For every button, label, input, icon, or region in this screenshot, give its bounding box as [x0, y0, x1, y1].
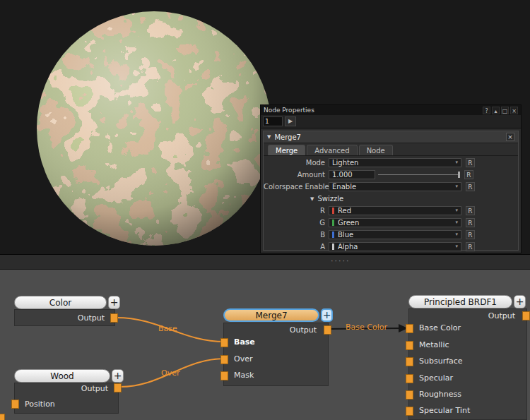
brdf-input-roughness-label: Roughness	[419, 390, 461, 399]
mode-dropdown[interactable]: Lighten ▾	[329, 158, 461, 167]
brdf-input-base-color-label: Base Color	[419, 323, 461, 332]
swizzle-b-label: B	[264, 231, 329, 239]
collapse-icon[interactable]: ▼	[310, 196, 314, 202]
swizzle-a-label: A	[264, 243, 329, 251]
close-icon[interactable]: ×	[510, 107, 518, 114]
color-output-connector[interactable]	[110, 313, 118, 323]
slider-track	[378, 174, 460, 175]
merge-output-connector[interactable]	[324, 325, 331, 335]
color-output-label: Output	[78, 313, 105, 323]
param-row-colorspace: Colorspace Enabled Enable ▾ R	[264, 181, 518, 192]
mode-reset-button[interactable]: R	[466, 158, 475, 167]
node-wood-header[interactable]: Wood	[14, 369, 110, 383]
swizzle-b-value: Blue	[338, 231, 353, 239]
mode-label: Mode	[264, 159, 329, 167]
help-icon[interactable]: ?	[483, 107, 490, 114]
brdf-subsurface-connector[interactable]	[406, 357, 413, 366]
chevron-down-icon: ▾	[455, 244, 458, 249]
pin-icon[interactable]: ▴	[492, 107, 500, 114]
brdf-base-color-connector[interactable]	[406, 324, 413, 333]
swizzle-g-reset-button[interactable]: R	[466, 218, 475, 227]
swizzle-r-dropdown[interactable]: Red ▾	[329, 206, 461, 215]
node-color-header[interactable]: Color	[14, 296, 107, 309]
panel-toolbar: ▶	[261, 115, 521, 128]
brdf-input-specular-label: Specular	[419, 373, 453, 383]
properties-tabs: Merge Advanced Node	[264, 143, 518, 156]
mode-value: Lighten	[332, 159, 358, 167]
node-color-body[interactable]: Output	[14, 309, 115, 326]
swizzle-r-reset-button[interactable]: R	[466, 206, 475, 215]
swizzle-a-dropdown[interactable]: Alpha ▾	[329, 242, 461, 251]
panel-title: Node Properties	[264, 107, 481, 114]
brdf-roughness-connector[interactable]	[406, 390, 413, 400]
node-merge-header[interactable]: Merge7	[223, 308, 319, 322]
node-brdf-header[interactable]: Principled BRDF1	[408, 295, 512, 308]
swizzle-g-value: Green	[338, 219, 359, 227]
merge-over-connector[interactable]	[220, 355, 228, 364]
swizzle-b-reset-button[interactable]: R	[466, 230, 475, 239]
node-section-close-icon[interactable]: ×	[506, 133, 514, 141]
node-properties-panel: Node Properties ? ▴ □ × ▶ ▼ Merge7 × Mer…	[260, 104, 522, 253]
node-brdf-add-button[interactable]: +	[514, 295, 526, 308]
follow-selection-button[interactable]: ▶	[285, 116, 296, 126]
selection-count-input[interactable]	[263, 116, 283, 126]
node-brdf-body[interactable]: Output Base Color Metallic Subsurface Sp…	[408, 308, 527, 420]
wood-output-label: Output	[81, 384, 108, 393]
merge-input-over-label: Over	[234, 354, 252, 364]
merge-output-label: Output	[290, 325, 317, 335]
chevron-down-icon: ▾	[455, 220, 458, 225]
param-row-swizzle-a: A Alpha ▾ R	[264, 241, 518, 252]
tab-merge[interactable]: Merge	[268, 145, 305, 155]
chevron-down-icon: ▾	[455, 208, 458, 213]
tab-node[interactable]: Node	[359, 145, 393, 155]
brdf-output-connector[interactable]	[522, 311, 530, 320]
swizzle-g-label: G	[264, 219, 329, 227]
node-wood-add-button[interactable]: +	[112, 369, 124, 383]
node-merge-add-button[interactable]: +	[321, 308, 333, 322]
colorspace-reset-button[interactable]: R	[466, 182, 475, 191]
pane-splitter[interactable]: ·····	[0, 254, 530, 270]
wire-label-base-color: Base Color	[346, 323, 387, 332]
material-preview-sphere	[35, 10, 273, 247]
brdf-metallic-connector[interactable]	[406, 341, 413, 350]
swizzle-g-dropdown[interactable]: Green ▾	[329, 218, 461, 227]
amount-reset-button[interactable]: R	[464, 170, 473, 179]
colorspace-dropdown[interactable]: Enable ▾	[329, 182, 461, 191]
brdf-specular-connector[interactable]	[406, 374, 413, 383]
merge-input-mask-label: Mask	[234, 371, 254, 380]
brdf-input-specular-tint-label: Specular Tint	[419, 406, 470, 415]
param-row-swizzle-b: B Blue ▾ R	[264, 229, 518, 240]
wood-position-connector[interactable]	[11, 400, 19, 409]
swizzle-a-value: Alpha	[338, 243, 358, 251]
splitter-handle[interactable]: ·····	[331, 256, 350, 265]
wood-output-connector[interactable]	[114, 383, 122, 392]
node-merge-body[interactable]: Output Base Over Mask	[223, 323, 329, 386]
wood-position-label: Position	[25, 400, 55, 409]
app-window: ····· Base Over Base Color Color + Outpu…	[0, 0, 530, 420]
swizzle-a-reset-button[interactable]: R	[466, 242, 475, 251]
brdf-input-metallic-label: Metallic	[419, 340, 449, 349]
colorspace-label: Colorspace Enabled	[264, 183, 329, 191]
brdf-specular-tint-connector[interactable]	[406, 407, 413, 416]
collapse-icon[interactable]: ▼	[267, 134, 271, 140]
node-color-add-button[interactable]: +	[108, 296, 120, 309]
green-channel-swatch	[332, 220, 334, 226]
merge-base-connector[interactable]	[220, 338, 228, 347]
param-row-mode: Mode Lighten ▾ R	[264, 157, 518, 168]
merge-node-properties-box: ▼ Merge7 × Merge Advanced Node Mode Ligh…	[263, 131, 519, 251]
amount-input[interactable]: 1.000	[329, 170, 375, 179]
param-row-swizzle-r: R Red ▾ R	[264, 205, 518, 216]
offscreen-node-connector[interactable]	[0, 414, 5, 420]
node-wood-body[interactable]: Output Position	[14, 383, 119, 414]
amount-slider[interactable]	[378, 170, 460, 179]
alpha-channel-swatch	[332, 244, 334, 250]
slider-thumb[interactable]	[458, 172, 460, 178]
swizzle-section-header[interactable]: ▼ Swizzle	[264, 193, 518, 204]
panel-titlebar[interactable]: Node Properties ? ▴ □ ×	[261, 105, 521, 115]
chevron-down-icon: ▾	[455, 232, 458, 237]
merge-mask-connector[interactable]	[220, 371, 228, 380]
node-section-header[interactable]: ▼ Merge7 ×	[264, 131, 518, 143]
float-window-icon[interactable]: □	[501, 107, 509, 114]
swizzle-b-dropdown[interactable]: Blue ▾	[329, 230, 461, 239]
tab-advanced[interactable]: Advanced	[307, 145, 357, 155]
